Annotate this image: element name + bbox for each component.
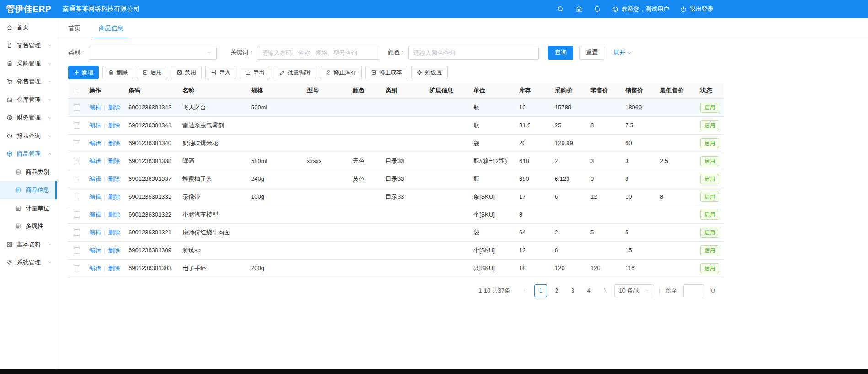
edit-link[interactable]: 编辑	[89, 211, 101, 218]
delete-link[interactable]: 删除	[108, 122, 120, 129]
enable-button[interactable]: 启用	[137, 66, 167, 79]
cell-spec	[247, 241, 303, 259]
batch-edit-button[interactable]: 批量编辑	[274, 66, 316, 79]
table-row: 编辑|删除6901236301322小鹏汽车模型个[SKU]8启用	[68, 206, 724, 223]
add-button[interactable]: 新增	[68, 66, 99, 79]
cell-min_price: 8	[656, 188, 697, 206]
jump-label: 跳至	[665, 287, 677, 295]
sidebar-item-purchase-management[interactable]: 采购管理	[0, 54, 57, 73]
jump-suffix: 页	[710, 287, 716, 295]
delete-link[interactable]: 删除	[108, 140, 120, 146]
edit-link[interactable]: 编辑	[89, 157, 101, 164]
cell-ext	[426, 116, 470, 134]
cell-stock: 31.6	[515, 116, 551, 134]
edit-link[interactable]: 编辑	[89, 140, 101, 146]
logout-button[interactable]: 退出登录	[680, 5, 713, 13]
finance-icon	[6, 114, 13, 121]
check-square-icon	[142, 70, 148, 76]
delete-link[interactable]: 删除	[108, 265, 120, 271]
row-checkbox[interactable]	[74, 122, 80, 129]
sidebar-item-finance-management[interactable]: 财务管理	[0, 109, 57, 127]
search-icon[interactable]	[557, 5, 564, 13]
row-checkbox[interactable]	[74, 229, 80, 236]
sidebar-item-measure-unit[interactable]: 计量单位	[0, 199, 57, 217]
sidebar-item-label: 销售管理	[17, 77, 41, 86]
row-checkbox[interactable]	[74, 140, 80, 146]
expand-link[interactable]: 展开	[613, 49, 632, 57]
sidebar-item-product-info[interactable]: 商品信息	[0, 181, 57, 200]
keyword-input[interactable]	[257, 46, 380, 60]
prev-page-button[interactable]	[518, 284, 531, 297]
delete-link[interactable]: 删除	[108, 175, 120, 182]
app-logo: 管伊佳ERP	[0, 3, 57, 15]
row-checkbox[interactable]	[74, 104, 80, 111]
sidebar-item-system-management[interactable]: 系统管理	[0, 254, 57, 272]
cell-retail_price	[587, 98, 622, 116]
sidebar-item-report-query[interactable]: 报表查询	[0, 127, 57, 145]
cell-stock: 17	[515, 188, 551, 206]
cell-color: 无色	[349, 152, 382, 170]
search-button[interactable]: 查询	[548, 46, 573, 60]
delete-link[interactable]: 删除	[108, 247, 120, 254]
cell-stock: 618	[515, 152, 551, 170]
delete-link[interactable]: 删除	[108, 157, 120, 164]
disable-button[interactable]: 禁用	[171, 66, 202, 79]
import-button[interactable]: 导入	[205, 66, 236, 79]
color-input[interactable]	[408, 46, 539, 60]
delete-link[interactable]: 删除	[108, 193, 120, 200]
edit-link[interactable]: 编辑	[89, 175, 101, 182]
bell-icon[interactable]	[594, 5, 601, 13]
row-checkbox[interactable]	[74, 265, 80, 271]
category-label: 类别：	[68, 49, 86, 57]
category-select[interactable]	[89, 46, 217, 60]
sidebar-item-multi-attribute[interactable]: 多属性	[0, 217, 57, 236]
edit-link[interactable]: 编辑	[89, 104, 101, 111]
sidebar-item-product-management[interactable]: 商品管理	[0, 145, 57, 163]
op-separator: |	[104, 175, 105, 182]
page-button-2[interactable]: 2	[550, 284, 563, 297]
page-button-1[interactable]: 1	[534, 284, 547, 297]
sidebar-item-home[interactable]: 首页	[0, 18, 57, 37]
cell-operations: 编辑|删除	[86, 170, 125, 188]
fix-cost-button[interactable]: 修正成本	[365, 66, 407, 79]
cell-ext	[426, 206, 470, 223]
sidebar-item-basic-data[interactable]: 基本资料	[0, 235, 57, 254]
delete-link[interactable]: 删除	[108, 229, 120, 236]
tab-home[interactable]: 首页	[68, 18, 80, 38]
cell-category	[382, 241, 426, 259]
page-button-3[interactable]: 3	[566, 284, 579, 297]
delete-link[interactable]: 删除	[108, 211, 120, 218]
row-checkbox[interactable]	[74, 158, 80, 164]
export-button[interactable]: 导出	[240, 66, 270, 79]
row-checkbox[interactable]	[74, 247, 80, 254]
delete-link[interactable]: 删除	[108, 104, 120, 111]
column-header: 单位	[470, 83, 515, 98]
page-button-4[interactable]: 4	[582, 284, 595, 297]
fix-stock-button[interactable]: 修正库存	[320, 66, 362, 79]
sidebar-item-warehouse-management[interactable]: 仓库管理	[0, 91, 57, 109]
edit-link[interactable]: 编辑	[89, 122, 101, 129]
edit-link[interactable]: 编辑	[89, 247, 101, 254]
bank-icon[interactable]	[575, 5, 583, 13]
row-checkbox[interactable]	[74, 194, 80, 200]
button-label: 启用	[150, 69, 162, 76]
column-settings-button[interactable]: 列设置	[411, 66, 448, 79]
row-checkbox[interactable]	[74, 176, 80, 182]
welcome-user[interactable]: 欢迎您，测试用户	[612, 5, 669, 13]
sidebar-item-product-category[interactable]: 商品类别	[0, 163, 57, 181]
sidebar-item-sales-management[interactable]: 销售管理	[0, 73, 57, 91]
select-all-checkbox[interactable]	[74, 88, 80, 94]
cell-retail_price: 3	[587, 152, 622, 170]
edit-link[interactable]: 编辑	[89, 193, 101, 200]
page-size-select[interactable]: 10 条/页	[614, 284, 654, 297]
tab-product-info[interactable]: 商品信息	[99, 18, 123, 38]
jump-page-input[interactable]	[683, 284, 704, 297]
reset-button[interactable]: 重置	[579, 46, 604, 60]
delete-button[interactable]: 删除	[102, 66, 133, 79]
row-checkbox[interactable]	[74, 211, 80, 218]
next-page-button[interactable]	[598, 284, 611, 297]
edit-link[interactable]: 编辑	[89, 229, 101, 236]
cell-status: 启用	[697, 116, 724, 134]
edit-link[interactable]: 编辑	[89, 265, 101, 271]
sidebar-item-retail-management[interactable]: 零售管理	[0, 37, 57, 55]
